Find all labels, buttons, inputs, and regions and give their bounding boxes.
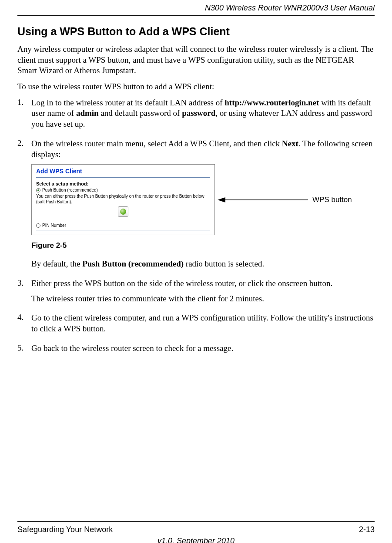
step-number: 5. (17, 343, 31, 358)
section-title: Using a WPS Button to Add a WPS Client (17, 25, 375, 38)
intro-paragraph-2: To use the wireless router WPS button to… (17, 81, 375, 92)
footer-center: v1.0, September 2010 (17, 536, 375, 543)
figure-wrap: Add WPS Client Select a setup method: Pu… (31, 164, 375, 235)
step-2-after-figure: By default, the Push Button (recommended… (31, 259, 375, 270)
step-3-text-1: Either press the WPS button on the side … (31, 278, 375, 289)
footer-right: 2-13 (359, 525, 375, 534)
screenshot-note: You can either press the Push Button phy… (36, 193, 210, 205)
radio-icon (36, 188, 40, 192)
step-5: 5. Go back to the wireless router screen… (17, 343, 375, 358)
step-3: 3. Either press the WPS button on the si… (17, 278, 375, 308)
radio-icon (36, 223, 40, 228)
step-4: 4. Go to the client wireless computer, a… (17, 313, 375, 338)
screenshot-rule-thin (36, 221, 210, 221)
step-5-text: Go back to the wireless router screen to… (31, 343, 375, 354)
wps-soft-button[interactable] (118, 206, 128, 217)
callout-label: WPS button (312, 196, 352, 204)
radio-label: Push Button (recommended) (42, 188, 98, 192)
footer-left: Safeguarding Your Network (17, 525, 113, 534)
page: N300 Wireless Router WNR2000v3 User Manu… (0, 0, 392, 543)
radio-push-button[interactable]: Push Button (recommended) (36, 188, 210, 192)
figure-screenshot: Add WPS Client Select a setup method: Pu… (31, 164, 215, 235)
svg-marker-1 (218, 197, 225, 202)
figure-callout: WPS button (218, 196, 352, 204)
intro-paragraph-1: Any wireless computer or wireless adapte… (17, 44, 375, 76)
header-doc-title: N300 Wireless Router WNR2000v3 User Manu… (205, 3, 375, 12)
step-2-text: On the wireless router main menu, select… (31, 138, 375, 160)
step-1-body: Log in to the wireless router at its def… (31, 98, 375, 134)
screenshot-heading: Select a setup method: (36, 181, 210, 186)
screenshot-rule-thin (36, 230, 210, 230)
step-3-body: Either press the WPS button on the side … (31, 278, 375, 308)
arrow-icon (218, 196, 309, 204)
page-header: N300 Wireless Router WNR2000v3 User Manu… (17, 0, 375, 15)
figure-caption: Figure 2-5 (31, 241, 375, 250)
header-rule (17, 15, 375, 16)
step-2: 2. On the wireless router main menu, sel… (17, 138, 375, 274)
step-3-text-2: The wireless router tries to communicate… (31, 293, 375, 304)
wps-icon (120, 209, 126, 215)
step-2-body: On the wireless router main menu, select… (31, 138, 375, 274)
screenshot-rule (36, 177, 210, 178)
step-number: 1. (17, 98, 31, 134)
screenshot-inner: Add WPS Client Select a setup method: Pu… (32, 165, 214, 235)
wps-soft-button-row (36, 205, 210, 219)
step-5-body: Go back to the wireless router screen to… (31, 343, 375, 358)
step-number: 4. (17, 313, 31, 338)
page-footer: Safeguarding Your Network 2-13 v1.0, Sep… (17, 521, 375, 534)
footer-row: Safeguarding Your Network 2-13 (17, 525, 375, 534)
step-4-body: Go to the client wireless computer, and … (31, 313, 375, 338)
screenshot-title: Add WPS Client (36, 168, 210, 175)
step-4-text: Go to the client wireless computer, and … (31, 313, 375, 334)
step-1: 1. Log in to the wireless router at its … (17, 98, 375, 134)
footer-rule (17, 521, 375, 522)
step-1-text: Log in to the wireless router at its def… (31, 98, 375, 130)
step-number: 3. (17, 278, 31, 308)
step-number: 2. (17, 138, 31, 274)
radio-label: PIN Number (42, 223, 66, 228)
radio-pin-number[interactable]: PIN Number (36, 223, 210, 228)
step-list: 1. Log in to the wireless router at its … (17, 98, 375, 358)
